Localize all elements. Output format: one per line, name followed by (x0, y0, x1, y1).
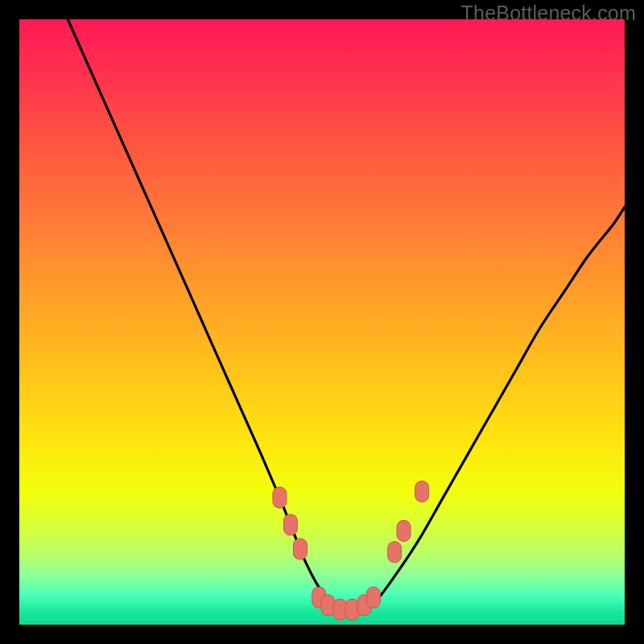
chart-frame: TheBottleneck.com (0, 0, 644, 644)
curve-layer (68, 19, 625, 613)
curve-marker (321, 595, 335, 616)
bottleneck-curve (68, 19, 625, 613)
curve-marker (273, 487, 287, 508)
curve-marker (366, 587, 380, 608)
curve-marker (333, 599, 347, 620)
curve-marker (345, 599, 359, 620)
curve-marker (415, 481, 429, 502)
curve-marker (293, 539, 307, 559)
chart-svg (19, 19, 625, 625)
plot-area (19, 19, 625, 625)
curve-marker (283, 514, 297, 535)
marker-layer (273, 481, 429, 621)
watermark-text: TheBottleneck.com (461, 2, 636, 25)
curve-marker (388, 542, 402, 563)
curve-marker (397, 520, 411, 541)
